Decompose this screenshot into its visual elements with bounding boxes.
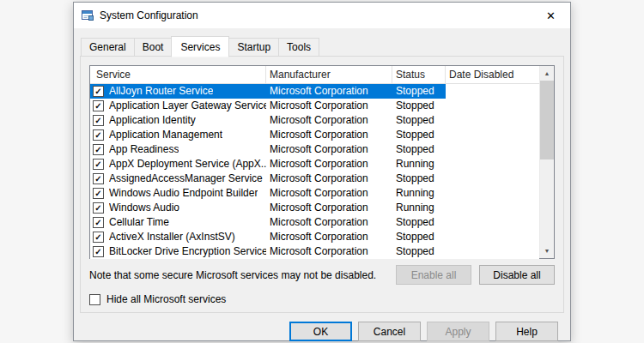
tab-startup[interactable]: Startup — [228, 38, 279, 57]
column-header-date-disabled[interactable]: Date Disabled — [446, 66, 539, 83]
table-row[interactable]: ✓ Windows Audio Microsoft Corporation Ru… — [90, 201, 539, 215]
system-configuration-window: System Configuration ✕ GeneralBootServic… — [73, 2, 571, 341]
table-row[interactable]: ✓ AssignedAccessManager Service Microsof… — [90, 172, 539, 186]
service-name: BitLocker Drive Encryption Service — [109, 244, 266, 259]
table-row-main: ✓ AllJoyn Router Service Microsoft Corpo… — [90, 84, 446, 99]
column-header-manufacturer[interactable]: Manufacturer — [266, 66, 392, 83]
table-row[interactable]: ✓ Application Management Microsoft Corpo… — [90, 128, 539, 142]
ok-button[interactable]: OK — [289, 322, 352, 341]
close-button[interactable]: ✕ — [532, 3, 570, 28]
service-checkbox[interactable]: ✓ — [93, 86, 104, 97]
tab-strip: GeneralBootServicesStartupTools — [81, 36, 570, 57]
check-icon: ✓ — [94, 190, 101, 198]
scroll-up-button[interactable]: ▲ — [540, 66, 554, 81]
service-checkbox[interactable]: ✓ — [93, 202, 104, 214]
table-row-main: ✓ AssignedAccessManager Service Microsof… — [90, 172, 446, 186]
status-cell: Stopped — [392, 142, 446, 157]
note-text: Note that some secure Microsoft services… — [89, 269, 396, 281]
status-cell: Running — [392, 157, 446, 172]
service-checkbox[interactable]: ✓ — [93, 217, 104, 228]
service-name: ActiveX Installer (AxInstSV) — [109, 230, 235, 244]
check-icon: ✓ — [94, 117, 101, 125]
disable-all-button[interactable]: Disable all — [479, 265, 555, 285]
service-checkbox[interactable]: ✓ — [93, 129, 104, 141]
table-row-main: ✓ ActiveX Installer (AxInstSV) Microsoft… — [90, 230, 446, 244]
manufacturer-cell: Microsoft Corporation — [266, 128, 392, 142]
services-tab-panel: ServiceManufacturerStatusDate Disabled ✓… — [80, 56, 564, 313]
hide-microsoft-checkbox[interactable] — [89, 294, 100, 305]
tab-tools[interactable]: Tools — [278, 38, 319, 57]
tab-boot[interactable]: Boot — [134, 38, 173, 57]
date-disabled-cell — [446, 84, 539, 99]
status-cell: Stopped — [392, 172, 446, 186]
service-name-cell: ✓ Application Layer Gateway Service — [90, 99, 266, 113]
status-cell: Stopped — [392, 113, 446, 128]
table-row[interactable]: ✓ BitLocker Drive Encryption Service Mic… — [90, 244, 539, 259]
hide-microsoft-row: Hide all Microsoft services — [89, 293, 555, 305]
manufacturer-cell: Microsoft Corporation — [266, 142, 392, 157]
table-header: ServiceManufacturerStatusDate Disabled — [90, 66, 539, 84]
help-button[interactable]: Help — [495, 322, 558, 341]
table-row[interactable]: ✓ Cellular Time Microsoft Corporation St… — [90, 215, 539, 230]
manufacturer-cell: Microsoft Corporation — [266, 172, 392, 186]
tab-services[interactable]: Services — [171, 36, 229, 57]
table-row[interactable]: ✓ Application Identity Microsoft Corpora… — [90, 113, 539, 128]
date-disabled-cell — [446, 99, 539, 113]
date-disabled-cell — [446, 244, 539, 259]
table-row[interactable]: ✓ Application Layer Gateway Service Micr… — [90, 99, 539, 113]
status-cell: Running — [392, 201, 446, 215]
service-name: Application Layer Gateway Service — [109, 99, 266, 113]
service-checkbox[interactable]: ✓ — [93, 173, 104, 184]
check-icon: ✓ — [94, 131, 101, 140]
table-row[interactable]: ✓ AppX Deployment Service (AppX... Micro… — [90, 157, 539, 172]
apply-button[interactable]: Apply — [427, 322, 489, 341]
table-row[interactable]: ✓ AllJoyn Router Service Microsoft Corpo… — [90, 84, 539, 99]
service-checkbox[interactable]: ✓ — [93, 232, 104, 243]
tab-general[interactable]: General — [81, 38, 135, 57]
window-title: System Configuration — [100, 9, 198, 21]
manufacturer-cell: Microsoft Corporation — [266, 99, 392, 113]
table-row-main: ✓ App Readiness Microsoft Corporation St… — [90, 142, 446, 157]
service-name: Windows Audio Endpoint Builder — [109, 186, 258, 201]
date-disabled-cell — [446, 230, 539, 244]
service-name-cell: ✓ AppX Deployment Service (AppX... — [90, 157, 266, 172]
table-row-main: ✓ BitLocker Drive Encryption Service Mic… — [90, 244, 446, 259]
manufacturer-cell: Microsoft Corporation — [266, 84, 392, 99]
service-checkbox[interactable]: ✓ — [93, 159, 104, 170]
manufacturer-cell: Microsoft Corporation — [266, 157, 392, 172]
table-row[interactable]: ✓ App Readiness Microsoft Corporation St… — [90, 142, 539, 157]
service-checkbox[interactable]: ✓ — [93, 115, 104, 126]
service-name-cell: ✓ AssignedAccessManager Service — [90, 172, 266, 186]
vertical-scrollbar[interactable]: ▲ ▼ — [539, 66, 554, 258]
manufacturer-cell: Microsoft Corporation — [266, 244, 392, 259]
service-name: AssignedAccessManager Service — [109, 172, 263, 186]
service-checkbox[interactable]: ✓ — [93, 144, 104, 155]
check-icon: ✓ — [94, 233, 101, 242]
scrollbar-thumb[interactable] — [540, 81, 554, 159]
table-row-main: ✓ Windows Audio Microsoft Corporation Ru… — [90, 201, 446, 215]
table-row[interactable]: ✓ Windows Audio Endpoint Builder Microso… — [90, 186, 539, 201]
column-header-status[interactable]: Status — [392, 66, 446, 83]
check-icon: ✓ — [94, 87, 101, 96]
service-checkbox[interactable]: ✓ — [93, 100, 104, 111]
note-row: Note that some secure Microsoft services… — [89, 265, 555, 285]
check-icon: ✓ — [94, 219, 101, 227]
check-icon: ✓ — [94, 102, 101, 111]
status-cell: Stopped — [392, 128, 446, 142]
service-name-cell: ✓ Cellular Time — [90, 215, 266, 230]
cancel-button[interactable]: Cancel — [358, 322, 421, 341]
enable-all-button[interactable]: Enable all — [396, 265, 471, 285]
table-row-main: ✓ Application Layer Gateway Service Micr… — [90, 99, 446, 113]
service-checkbox[interactable]: ✓ — [93, 188, 104, 199]
services-table: ServiceManufacturerStatusDate Disabled ✓… — [89, 65, 555, 259]
service-checkbox[interactable]: ✓ — [93, 246, 104, 257]
manufacturer-cell: Microsoft Corporation — [266, 201, 392, 215]
table-row[interactable]: ✓ ActiveX Installer (AxInstSV) Microsoft… — [90, 230, 539, 244]
date-disabled-cell — [446, 172, 539, 186]
column-header-service[interactable]: Service — [90, 66, 266, 83]
scroll-down-button[interactable]: ▼ — [540, 244, 554, 258]
service-name: Windows Audio — [109, 201, 179, 215]
status-cell: Stopped — [392, 244, 446, 259]
service-name-cell: ✓ ActiveX Installer (AxInstSV) — [90, 230, 266, 244]
check-icon: ✓ — [94, 175, 101, 184]
